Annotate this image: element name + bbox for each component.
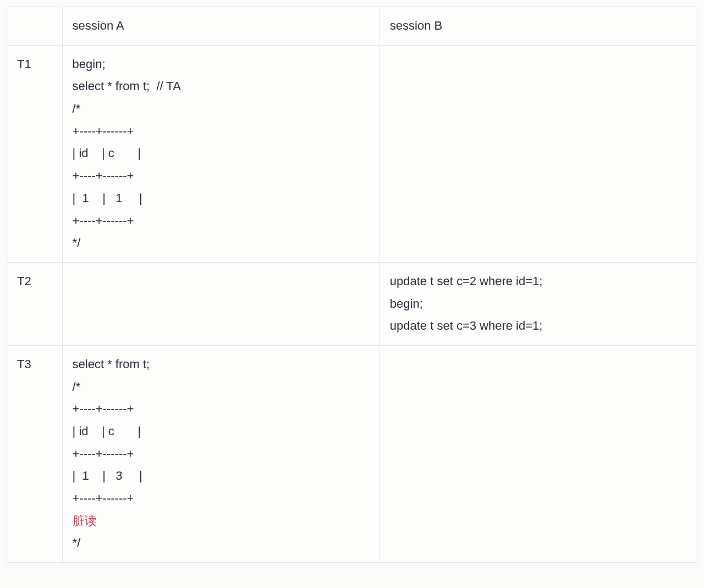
- code-line: +----+------+: [73, 443, 370, 465]
- session-b-cell: update t set c=2 where id=1;begin;update…: [380, 262, 697, 345]
- header-session-b: session B: [380, 7, 697, 46]
- session-a-cell: begin;select * from t; // TA/*+----+----…: [62, 45, 380, 262]
- step-cell: T2: [7, 262, 63, 345]
- code-line: update t set c=3 where id=1;: [390, 315, 687, 337]
- code-line: */: [73, 232, 370, 254]
- session-a-cell: select * from t;/*+----+------+| id | c …: [62, 345, 380, 562]
- session-b-cell: [380, 45, 697, 262]
- code-line: | id | c |: [73, 420, 370, 443]
- code-line: 脏读: [73, 510, 370, 532]
- code-line: | id | c |: [73, 142, 370, 165]
- code-line: | 1 | 1 |: [73, 187, 370, 210]
- code-line: begin;: [73, 53, 370, 76]
- code-line: +----+------+: [73, 398, 370, 420]
- step-cell: T1: [7, 45, 63, 262]
- session-timeline-table: session A session B T1begin;select * fro…: [7, 7, 697, 563]
- header-session-a: session A: [62, 7, 380, 46]
- step-cell: T3: [7, 345, 63, 562]
- code-line: update t set c=2 where id=1;: [390, 270, 687, 293]
- code-line: +----+------+: [73, 210, 370, 232]
- code-line: /*: [73, 98, 370, 120]
- code-line: +----+------+: [73, 165, 370, 187]
- session-b-cell: [380, 345, 697, 562]
- table-row: T3select * from t;/*+----+------+| id | …: [7, 345, 697, 562]
- code-line: +----+------+: [73, 120, 370, 143]
- code-line: /*: [73, 376, 370, 398]
- code-line: +----+------+: [73, 487, 370, 510]
- code-line: | 1 | 3 |: [73, 465, 370, 487]
- table-header-row: session A session B: [7, 7, 697, 46]
- code-line: */: [73, 532, 370, 554]
- table-row: T2update t set c=2 where id=1;begin;upda…: [7, 262, 697, 345]
- session-a-cell: [62, 262, 380, 345]
- code-line: select * from t;: [73, 353, 370, 376]
- code-line: begin;: [390, 293, 687, 315]
- table-row: T1begin;select * from t; // TA/*+----+--…: [7, 45, 697, 262]
- code-line: select * from t; // TA: [73, 75, 370, 98]
- header-step: [7, 7, 63, 46]
